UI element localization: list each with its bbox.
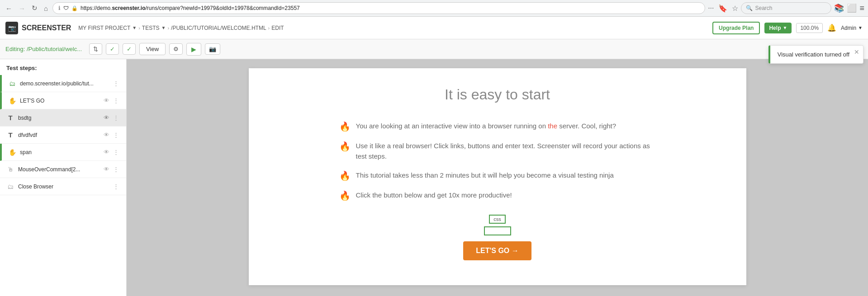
gear-icon: ⚙	[173, 46, 179, 52]
star-icon[interactable]: ☆	[732, 4, 738, 13]
help-button[interactable]: Help ▼	[764, 23, 792, 33]
check-icon-1: ✓	[110, 46, 115, 52]
help-label: Help	[769, 25, 781, 31]
shield-icon: 🛡	[63, 5, 69, 11]
breadcrumb-sep-2: ›	[167, 25, 169, 31]
chevron-down-icon-2: ▼	[161, 25, 166, 30]
step-actions-5: 👁 ⋮	[103, 148, 120, 156]
screenshot-button[interactable]: 📷	[205, 43, 220, 55]
step-label-4: dfvdfvdf	[18, 132, 99, 138]
upgrade-plan-button[interactable]: Upgrade Plan	[712, 22, 760, 34]
browser-icon-1: 🗂	[8, 80, 16, 87]
step-more-icon-3[interactable]: ⋮	[112, 113, 120, 122]
check-icon-2: ✓	[127, 46, 132, 52]
help-chevron-icon: ▼	[783, 25, 787, 30]
split-view-button[interactable]: ⇅	[89, 43, 102, 55]
breadcrumb-project-label: MY FIRST PROJECT	[78, 25, 130, 31]
sidebar: Test steps: 🗂 demo.screenster.io/public/…	[0, 59, 127, 296]
eye-hidden-icon-3[interactable]: 👁	[103, 113, 110, 122]
step-more-icon-4[interactable]: ⋮	[112, 131, 120, 139]
browser-toolbar: ← → ↻ ⌂ ℹ 🛡 🔒 https://demo.screenster.io…	[0, 0, 868, 16]
info-icon: ℹ	[58, 5, 61, 11]
logo-icon: 📷	[5, 22, 18, 34]
notification-icon[interactable]: 🔔	[827, 23, 836, 32]
hand-icon-5: ✋	[8, 149, 16, 156]
chevron-down-icon: ▼	[132, 25, 137, 30]
sidebar-header: Test steps:	[0, 59, 126, 75]
fire-icon-1: 🔥	[339, 121, 351, 132]
toast-close-button[interactable]: ✕	[854, 48, 859, 56]
breadcrumb-edit-label: EDIT	[271, 25, 284, 31]
step-actions-6: 👁 ⋮	[103, 165, 120, 174]
step-item-1[interactable]: 🗂 demo.screenster.io/public/tut... ⋮	[0, 75, 126, 92]
breadcrumb-tests[interactable]: TESTS ▼	[142, 25, 166, 31]
forward-button[interactable]: →	[17, 4, 27, 13]
home-button[interactable]: ⌂	[42, 4, 50, 13]
menu-icon: ≡	[859, 4, 864, 13]
step-actions-3: 👁 ⋮	[103, 113, 120, 122]
breadcrumb-project[interactable]: MY FIRST PROJECT ▼	[78, 25, 137, 31]
browser-icon-7: 🗂	[6, 183, 14, 190]
search-bar-browser[interactable]: 🔍 Search	[741, 2, 831, 14]
step-item-3[interactable]: T bsdtg 👁 ⋮	[0, 109, 126, 127]
settings-button[interactable]: ⚙	[169, 43, 183, 55]
step-more-icon-2[interactable]: ⋮	[112, 96, 120, 105]
admin-chevron-icon: ▼	[858, 25, 863, 30]
preview-content: 🔥 You are looking at an interactive view…	[339, 121, 656, 260]
main-layout: Test steps: 🗂 demo.screenster.io/public/…	[0, 59, 868, 296]
search-icon: 🔍	[746, 5, 753, 11]
more-icon[interactable]: ···	[708, 4, 714, 12]
preview-area: It is easy to start 🔥 You are looking at…	[127, 59, 868, 296]
step-item-7[interactable]: 🗂 Close Browser ⋮	[0, 178, 126, 195]
editing-label: Editing: /Public/tutorial/welc...	[5, 46, 82, 52]
step-more-icon-1[interactable]: ⋮	[112, 79, 120, 88]
browser-chrome: ← → ↻ ⌂ ℹ 🛡 🔒 https://demo.screenster.io…	[0, 0, 868, 17]
preview-title: It is easy to start	[267, 86, 728, 103]
camera-icon: 📷	[209, 46, 216, 52]
app-header: 📷 SCREENSTER MY FIRST PROJECT ▼ › TESTS …	[0, 17, 868, 39]
step-item-6[interactable]: 🖱 MouseOverCommand[2... 👁 ⋮	[0, 161, 126, 178]
step-actions-1: ⋮	[112, 79, 120, 88]
breadcrumb-tests-label: TESTS	[142, 25, 160, 31]
fire-icon-3: 🔥	[339, 170, 351, 181]
step-more-icon-7[interactable]: ⋮	[112, 182, 120, 191]
eye-icon-4[interactable]: 👁	[103, 131, 110, 139]
step-item-5[interactable]: ✋ span 👁 ⋮	[0, 144, 126, 161]
step-more-icon-6[interactable]: ⋮	[112, 165, 120, 174]
admin-dropdown[interactable]: Admin ▼	[841, 25, 863, 31]
step-item-4[interactable]: T dfvdfvdf 👁 ⋮	[0, 127, 126, 144]
accept-button-1[interactable]: ✓	[106, 43, 119, 55]
eye-icon-5[interactable]: 👁	[103, 148, 110, 156]
browser-actions: ··· 🔖 ☆	[708, 4, 738, 13]
preview-text-4: Click the button below and get 10x more …	[356, 190, 512, 201]
preview-cta: css LET'S GO →	[339, 215, 656, 260]
fire-icon-2: 🔥	[339, 141, 351, 152]
back-button[interactable]: ←	[4, 4, 14, 13]
logo-area: 📷 SCREENSTER	[5, 22, 71, 34]
step-item-2[interactable]: ✋ LET'S GO 👁 ⋮	[0, 92, 126, 109]
accept-button-2[interactable]: ✓	[123, 43, 136, 55]
editing-toolbar: Editing: /Public/tutorial/welc... ⇅ ✓ ✓ …	[0, 39, 868, 59]
breadcrumb: MY FIRST PROJECT ▼ › TESTS ▼ › /PUBLIC/T…	[78, 25, 705, 31]
preview-item-4: 🔥 Click the button below and get 10x mor…	[339, 190, 656, 201]
step-more-icon-5[interactable]: ⋮	[112, 148, 120, 156]
preview-item-1: 🔥 You are looking at an interactive view…	[339, 121, 656, 132]
lets-go-button[interactable]: LET'S GO →	[463, 241, 531, 260]
eye-icon-2[interactable]: 👁	[103, 96, 110, 105]
step-actions-7: ⋮	[112, 182, 120, 191]
step-label-2: LET'S GO	[20, 98, 99, 104]
preview-text-3: This tutorial takes less than 2 minutes …	[356, 170, 614, 181]
play-button[interactable]: ▶	[186, 43, 201, 56]
pocket-icon[interactable]: 🔖	[718, 4, 727, 13]
hand-icon-2: ✋	[8, 97, 16, 104]
eye-icon-6[interactable]: 👁	[103, 165, 110, 174]
step-actions-2: 👁 ⋮	[103, 96, 120, 105]
view-button[interactable]: View	[139, 43, 166, 55]
reload-button[interactable]: ↻	[30, 3, 39, 13]
zoom-indicator: 100.0%	[796, 23, 823, 33]
address-bar[interactable]: ℹ 🛡 🔒 https://demo.screenster.io/runs/co…	[52, 2, 705, 14]
preview-text-1: You are looking at an interactive view i…	[356, 121, 617, 132]
step-label-1: demo.screenster.io/public/tut...	[20, 80, 109, 87]
breadcrumb-page[interactable]: /PUBLIC/TUTORIAL/WELCOME.HTML	[171, 25, 266, 31]
preview-item-2: 🔥 Use it like a real browser! Click link…	[339, 141, 656, 161]
